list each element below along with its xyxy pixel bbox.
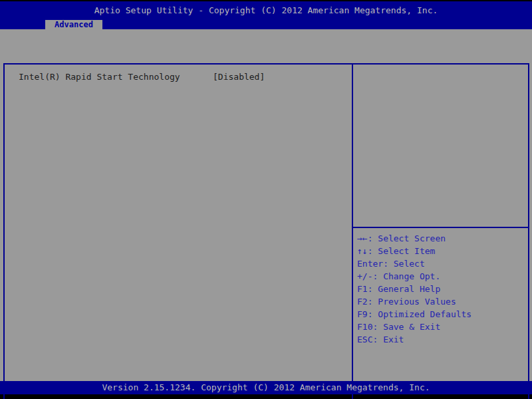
- key-legend-line: ↑↓: Select Item: [357, 245, 528, 257]
- key-legend-line: →←: Select Screen: [357, 232, 528, 245]
- key-legend: →←: Select Screen ↑↓: Select Item Enter:…: [357, 232, 528, 346]
- help-description-area: [353, 65, 528, 227]
- version-text: Version 2.15.1234. Copyright (C) 2012 Am…: [0, 381, 532, 394]
- setting-value[interactable]: [Disabled]: [213, 72, 265, 82]
- key-legend-line: F10: Save & Exit: [357, 321, 528, 333]
- body-background: Intel(R) Rapid Start Technology [Disable…: [0, 29, 532, 381]
- setting-row-rapid-start[interactable]: Intel(R) Rapid Start Technology [Disable…: [5, 72, 352, 82]
- help-panel-divider: [353, 227, 528, 228]
- key-legend-line: +/-: Change Opt.: [357, 270, 528, 283]
- tab-advanced[interactable]: Advanced: [45, 20, 102, 30]
- key-legend-line: ESC: Exit: [357, 333, 528, 346]
- title-bar: Aptio Setup Utility - Copyright (C) 2012…: [0, 1, 532, 20]
- version-bar: Version 2.15.1234. Copyright (C) 2012 Am…: [0, 381, 532, 394]
- menu-tab-row: Advanced: [0, 20, 532, 29]
- app-title: Aptio Setup Utility - Copyright (C) 2012…: [0, 1, 532, 20]
- key-legend-line: F9: Optimized Defaults: [357, 308, 528, 321]
- setting-label: Intel(R) Rapid Start Technology: [19, 72, 180, 82]
- key-legend-line: Enter: Select: [357, 257, 528, 270]
- key-legend-line: F2: Previous Values: [357, 295, 528, 308]
- bios-setup-screen: Aptio Setup Utility - Copyright (C) 2012…: [0, 0, 532, 399]
- content-frame: Intel(R) Rapid Start Technology [Disable…: [3, 63, 529, 399]
- key-legend-line: F1: General Help: [357, 283, 528, 295]
